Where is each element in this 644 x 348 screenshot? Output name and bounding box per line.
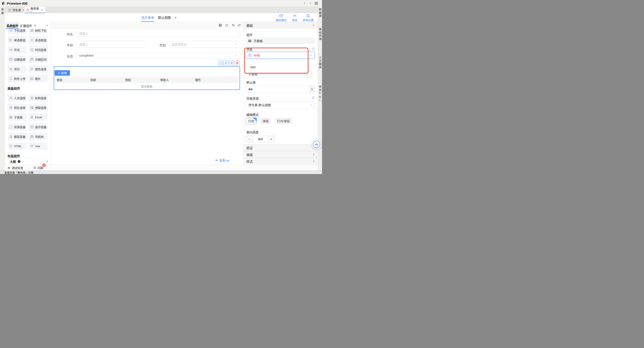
form-canvas: 姓名 请输入 年龄 请输入 性别 请选择性别 状态 completed — [51, 22, 244, 165]
ai-assistant-button[interactable]: Ai — [312, 140, 321, 149]
component-item-tree-select[interactable]: 树形下拉 — [28, 29, 48, 34]
chevron-right-icon[interactable] — [46, 160, 48, 163]
component-type-value: 子表格 — [254, 39, 262, 43]
svg-text:5: 5 — [10, 145, 12, 147]
view-api-link[interactable]: 查看Api — [215, 158, 230, 162]
right-rail-tab[interactable]: 离线资源 — [318, 27, 322, 55]
sync-button[interactable] — [218, 61, 223, 65]
outline-tree-icon[interactable] — [225, 24, 228, 27]
dropdown-option[interactable]: test — [246, 64, 308, 71]
tab-extension-components[interactable]: 扩展组件 — [20, 22, 32, 29]
component-item-image[interactable]: 图片 — [28, 75, 48, 82]
copy-button[interactable] — [229, 61, 234, 65]
undo-icon[interactable] — [231, 24, 235, 27]
component-item-switch[interactable]: 开关 — [8, 46, 26, 53]
component-item-select[interactable]: 下拉选择 — [8, 29, 26, 34]
inspector-section-3[interactable]: 样式 — [244, 158, 318, 165]
default-value-addon-button[interactable]: D — [309, 86, 314, 92]
component-item-excel[interactable]: Excel — [28, 113, 48, 121]
code-mode-button[interactable]: 编码模式 — [276, 14, 287, 22]
radio-group-icon — [9, 38, 12, 42]
default-value-text: Aa — [248, 87, 252, 91]
preview-button[interactable]: 预览 — [292, 14, 298, 22]
page-resource-refresh-icon[interactable] — [312, 96, 315, 99]
link-button[interactable] — [224, 61, 228, 65]
subtable-icon — [9, 116, 12, 119]
inspector-section-1[interactable]: 验证 — [244, 144, 318, 151]
component-item-html[interactable]: 5HTML — [8, 142, 26, 150]
nav-back-icon[interactable] — [303, 2, 306, 5]
table-height-value[interactable]: 300 — [253, 136, 268, 142]
doc-tab-student-table[interactable]: 学生表 — [6, 7, 26, 13]
page-resource-select[interactable]: 学生表-默认视图 — [246, 101, 315, 108]
rate-icon — [9, 67, 12, 71]
inspector-section-2[interactable]: 高级 — [244, 151, 318, 158]
component-item-container[interactable]: 资源容器 — [8, 123, 26, 131]
doc-tab-teacher-table-active[interactable]: 教师表* — [24, 7, 45, 13]
edit-mode-option[interactable]: 行内 — [246, 118, 257, 124]
chevron-up-icon[interactable] — [310, 54, 312, 57]
tree-select-icon — [30, 29, 34, 32]
tab-system-components[interactable]: 系统组件 — [6, 22, 19, 29]
component-item-label: 资源容器 — [14, 125, 26, 129]
inspector-section-basic[interactable]: 基础 — [244, 22, 318, 29]
subtable-component-selected[interactable]: 新增 姓名年龄性别审批人操作 暂无数据 — [54, 66, 240, 90]
debug-bar-list[interactable]: 问题1 — [33, 166, 43, 170]
right-rail-tab[interactable]: 命名Sql — [318, 84, 322, 115]
date-icon — [9, 58, 12, 61]
edit-mode-label: 弹窗 — [263, 119, 269, 123]
age-input[interactable]: 请输入 — [76, 41, 146, 48]
globe-icon[interactable] — [218, 24, 222, 27]
field-combobox-focused[interactable]: T test — [246, 52, 315, 59]
component-item-radio-group[interactable]: 单选框组 — [8, 36, 26, 44]
component-item-color[interactable]: 颜色选择 — [28, 65, 48, 73]
component-item-subtable[interactable]: 子表格 — [8, 113, 26, 121]
field-label-age: 年龄 — [60, 43, 73, 47]
component-item-model[interactable]: 模型容器 — [8, 133, 26, 140]
gender-select[interactable]: 请选择性别 — [169, 41, 240, 48]
section-title: 样式 — [246, 159, 253, 164]
left-rail-resources-tab[interactable]: 资源 — [0, 8, 4, 15]
status-text[interactable]: 查看资源「教师表」详情 — [4, 171, 33, 174]
component-panel-tabs: 系统组件 扩展组件 — [4, 13, 51, 29]
component-item-rate[interactable]: 评分 — [8, 65, 26, 73]
save-icon[interactable] — [314, 2, 318, 5]
component-item-date-range[interactable]: 日期区间 — [28, 56, 48, 63]
stepper-plus-button[interactable] — [268, 136, 275, 142]
default-value-input[interactable]: Aa D — [246, 86, 315, 93]
redo-icon[interactable] — [238, 24, 241, 27]
edit-mode-option[interactable]: 行内/弹窗 — [275, 118, 292, 124]
right-rail-tab[interactable]: 三方服务 — [318, 55, 322, 84]
trash-button[interactable] — [234, 61, 239, 65]
component-item-code-doc[interactable]: 高开容器 — [28, 123, 48, 131]
component-item-popup[interactable]: 弹窗选择 — [28, 104, 48, 111]
component-item-date[interactable]: 日期选择 — [8, 56, 26, 63]
component-item-nav-tree[interactable]: 导航树 — [28, 133, 48, 140]
edit-mode-option[interactable]: 弹窗 — [260, 118, 271, 124]
component-item-user[interactable]: 人员选择 — [8, 94, 26, 102]
field-refresh-icon[interactable] — [312, 47, 315, 51]
nav-forward-icon[interactable] — [309, 2, 312, 5]
add-row-button[interactable]: 新增 — [54, 70, 70, 76]
panel-collapse-icon[interactable] — [46, 24, 48, 27]
component-item-post[interactable]: 岗位选择 — [8, 104, 26, 111]
component-item-vue[interactable]: Vue — [28, 142, 48, 150]
select-icon — [9, 29, 12, 32]
component-item-check-group[interactable]: 多选框组 — [28, 36, 48, 44]
view-tab[interactable]: 低开表单 — [142, 15, 154, 20]
name-input[interactable]: 请输入 — [76, 30, 240, 37]
add-view-tab[interactable]: + — [175, 16, 176, 19]
right-rail-tab[interactable]: 数据源 — [318, 7, 322, 27]
status-select[interactable]: completed — [76, 52, 240, 59]
view-tab[interactable]: 默认视图 — [158, 15, 171, 20]
panel-menu-icon[interactable] — [34, 24, 36, 27]
field-label-gender: 性别 — [152, 43, 166, 47]
component-item-org[interactable]: 机构选择 — [28, 94, 48, 102]
component-item-time[interactable]: 时间选择 — [28, 46, 48, 53]
form-settings-button[interactable]: 表单设置 — [303, 14, 314, 22]
debug-bar-bug[interactable]: 调试信息 — [7, 166, 23, 170]
text-type-icon: T — [248, 54, 252, 57]
stepper-minus-button[interactable] — [246, 136, 253, 142]
component-item-upload[interactable]: 附件上传 — [8, 75, 26, 82]
close-icon[interactable] — [41, 9, 44, 11]
